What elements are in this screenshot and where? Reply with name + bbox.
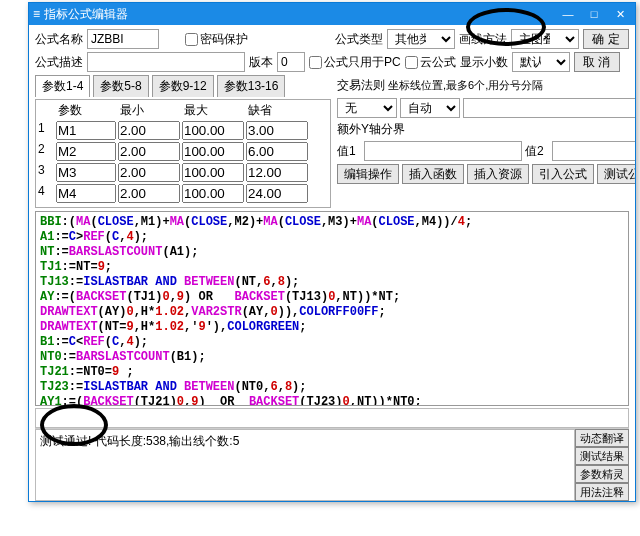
decimals-label: 显示小数 — [460, 54, 508, 71]
maximize-button[interactable]: □ — [583, 5, 605, 23]
p1-max[interactable] — [182, 121, 244, 140]
tab-params-1-4[interactable]: 参数1-4 — [35, 75, 90, 97]
param-row-1: 1 — [38, 121, 328, 140]
overlay-select[interactable]: 主图叠加 — [511, 29, 579, 49]
cancel-button[interactable]: 取 消 — [574, 52, 620, 72]
col-min: 最小 — [118, 102, 180, 119]
cloud-checkbox[interactable]: 云公式 — [405, 54, 456, 71]
col-param: 参数 — [56, 102, 116, 119]
p1-min[interactable] — [118, 121, 180, 140]
param-row-2: 2 — [38, 142, 328, 161]
val2-input[interactable] — [552, 141, 635, 161]
insert-fn-button[interactable]: 插入函数 — [402, 164, 464, 184]
insert-res-button[interactable]: 插入资源 — [467, 164, 529, 184]
titlebar-icon: ≡ — [33, 7, 40, 21]
titlebar[interactable]: ≡ 指标公式编辑器 — □ ✕ — [29, 3, 635, 25]
param-tabstrip: 参数1-4 参数5-8 参数9-12 参数13-16 — [35, 75, 331, 97]
extraaxis-label: 额外Y轴分界 — [337, 121, 405, 138]
status-message: 测试通过! 代码长度:538,输出线个数:5 — [35, 429, 575, 501]
p2-name[interactable] — [56, 142, 116, 161]
p2-max[interactable] — [182, 142, 244, 161]
param-table: 参数 最小 最大 缺省 1 2 3 4 — [35, 99, 331, 208]
formula-name-label: 公式名称 — [35, 31, 83, 48]
p3-name[interactable] — [56, 163, 116, 182]
col-max: 最大 — [182, 102, 244, 119]
window-title: 指标公式编辑器 — [44, 6, 128, 23]
traderule-label: 交易法则 — [337, 77, 385, 94]
p2-def[interactable] — [246, 142, 308, 161]
p2-min[interactable] — [118, 142, 180, 161]
lower-pane[interactable] — [35, 408, 629, 428]
param-row-4: 4 — [38, 184, 328, 203]
param-row-3: 3 — [38, 163, 328, 182]
tab-params-9-12[interactable]: 参数9-12 — [152, 75, 214, 97]
auto-select[interactable]: 自动 — [400, 98, 460, 118]
ok-button[interactable]: 确 定 — [583, 29, 629, 49]
version-label: 版本 — [249, 54, 273, 71]
edit-op-button[interactable]: 编辑操作 — [337, 164, 399, 184]
val1-input[interactable] — [364, 141, 522, 161]
test-result-button[interactable]: 测试结果 — [575, 447, 629, 465]
axis-info-label: 坐标线位置,最多6个,用分号分隔 — [388, 78, 635, 93]
pconly-checkbox[interactable]: 公式只用于PC — [309, 54, 401, 71]
formula-name-input[interactable] — [87, 29, 159, 49]
axis-input[interactable] — [463, 98, 635, 118]
p3-max[interactable] — [182, 163, 244, 182]
import-formula-button[interactable]: 引入公式 — [532, 164, 594, 184]
p4-max[interactable] — [182, 184, 244, 203]
p3-def[interactable] — [246, 163, 308, 182]
p4-def[interactable] — [246, 184, 308, 203]
formula-desc-label: 公式描述 — [35, 54, 83, 71]
formula-type-label: 公式类型 — [335, 31, 383, 48]
tab-params-5-8[interactable]: 参数5-8 — [93, 75, 148, 97]
version-input[interactable] — [277, 52, 305, 72]
formula-editor-dialog: ≡ 指标公式编辑器 — □ ✕ 公式名称 密码保护 公式类型 其他类型 画线方法… — [28, 2, 636, 502]
close-button[interactable]: ✕ — [609, 5, 631, 23]
tab-params-13-16[interactable]: 参数13-16 — [217, 75, 286, 97]
p1-def[interactable] — [246, 121, 308, 140]
decimals-select[interactable]: 默认位数 — [512, 52, 570, 72]
p3-min[interactable] — [118, 163, 180, 182]
col-default: 缺省 — [246, 102, 308, 119]
code-editor[interactable]: BBI:(MA(CLOSE,M1)+MA(CLOSE,M2)+MA(CLOSE,… — [35, 211, 629, 406]
p4-min[interactable] — [118, 184, 180, 203]
p4-name[interactable] — [56, 184, 116, 203]
dyn-translate-button[interactable]: 动态翻译 — [575, 429, 629, 447]
p1-name[interactable] — [56, 121, 116, 140]
traderule-select[interactable]: 无 — [337, 98, 397, 118]
formula-type-select[interactable]: 其他类型 — [387, 29, 455, 49]
test-formula-button[interactable]: 测试公式 — [597, 164, 635, 184]
password-checkbox[interactable]: 密码保护 — [185, 31, 248, 48]
usage-note-button[interactable]: 用法注释 — [575, 483, 629, 501]
param-wizard-button[interactable]: 参数精灵 — [575, 465, 629, 483]
formula-desc-input[interactable] — [87, 52, 245, 72]
minimize-button[interactable]: — — [557, 5, 579, 23]
drawline-label: 画线方法 — [459, 31, 507, 48]
